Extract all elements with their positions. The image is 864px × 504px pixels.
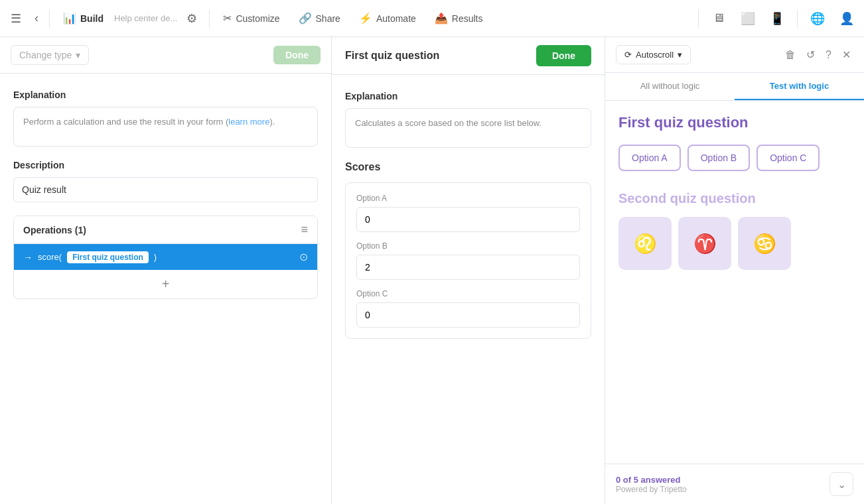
op-tag[interactable]: First quiz question	[67, 251, 149, 263]
mid-explanation-box: Calculates a score based on the score li…	[345, 108, 591, 148]
results-icon: 📤	[435, 12, 448, 25]
trash-icon[interactable]: 🗑	[782, 46, 798, 64]
operation-row: → score( First quiz question ) ⊙	[14, 244, 317, 270]
right-toolbar: ⟳ Autoscroll ▾ 🗑 ↺ ? ✕	[605, 37, 864, 73]
explanation-suffix: ).	[269, 117, 275, 127]
main-layout: Change type ▾ Done Explanation Perform a…	[0, 37, 864, 504]
autoscroll-icon: ⟳	[624, 50, 632, 60]
quiz-title-1: First quiz question	[618, 114, 851, 131]
tab-with-logic[interactable]: Test with logic	[735, 73, 864, 100]
autoscroll-label: Autoscroll	[636, 50, 674, 60]
quiz-image-2[interactable]: ♈	[678, 217, 731, 270]
quiz-option-a[interactable]: Option A	[618, 145, 681, 171]
operations-header: Operations (1) ≡	[14, 216, 317, 244]
operations-box: Operations (1) ≡ → score( First quiz que…	[13, 216, 318, 299]
globe-button[interactable]: 🌐	[806, 7, 829, 31]
nav-divider-4	[797, 9, 798, 28]
quiz-title-2: Second quiz question	[618, 191, 851, 206]
change-type-chevron: ▾	[76, 50, 80, 60]
nav-right-area: 🖥 ⬜ 📱 🌐 👤	[695, 7, 859, 31]
build-icon: 📊	[63, 12, 76, 25]
score-option-c-label: Option C	[356, 289, 580, 298]
scores-label: Scores	[345, 161, 591, 173]
customize-label: Customize	[236, 13, 279, 24]
ops-menu-icon[interactable]: ≡	[301, 223, 308, 237]
device-tablet-button[interactable]: ⬜	[736, 7, 760, 31]
quiz-image-3[interactable]: ♋	[738, 217, 791, 270]
mid-header: First quiz question Done	[332, 37, 605, 75]
mid-title: First quiz question	[345, 50, 439, 62]
change-type-button[interactable]: Change type ▾	[11, 45, 89, 65]
right-toolbar-icons: 🗑 ↺ ? ✕	[782, 46, 853, 64]
score-option-b-label: Option B	[356, 241, 580, 251]
score-input-c[interactable]	[356, 302, 580, 328]
description-heading: Description	[13, 160, 318, 170]
op-suffix: )	[154, 252, 157, 262]
score-option-b: Option B	[356, 241, 580, 280]
explanation-text: Perform a calculation and use the result…	[23, 117, 228, 127]
nav-automate[interactable]: ⚡ Automate	[351, 8, 424, 29]
hamburger-menu[interactable]: ☰	[5, 9, 27, 29]
learn-more-link[interactable]: learn more	[228, 117, 269, 127]
explanation-box: Perform a calculation and use the result…	[13, 107, 318, 147]
nav-build[interactable]: 📊 Build	[55, 8, 111, 29]
mid-panel: First quiz question Done Explanation Cal…	[332, 37, 605, 504]
left-done-button[interactable]: Done	[273, 46, 321, 64]
autoscroll-chevron: ▾	[678, 50, 682, 60]
score-option-c: Option C	[356, 289, 580, 328]
score-option-a-label: Option A	[356, 194, 580, 203]
customize-icon: ✂	[223, 12, 232, 25]
nav-customize[interactable]: ✂ Customize	[215, 8, 287, 29]
nav-divider-3	[698, 9, 699, 28]
tab-without-logic[interactable]: All without logic	[605, 73, 735, 100]
build-label: Build	[80, 13, 104, 24]
device-desktop-button[interactable]: 🖥	[707, 7, 731, 31]
share-label: Share	[316, 13, 340, 24]
left-content: Explanation Perform a calculation and us…	[0, 74, 331, 504]
close-icon[interactable]: ✕	[839, 46, 853, 64]
change-type-label: Change type	[19, 50, 72, 60]
nav-divider-1	[49, 9, 50, 28]
help-icon[interactable]: ?	[823, 46, 834, 64]
top-nav: ☰ ‹ 📊 Build Help center de... ⚙ ✂ Custom…	[0, 0, 864, 37]
quiz-option-b[interactable]: Option B	[687, 145, 750, 171]
nav-divider-2	[209, 9, 210, 28]
autoscroll-button[interactable]: ⟳ Autoscroll ▾	[616, 45, 691, 64]
mid-done-button[interactable]: Done	[536, 45, 591, 66]
scroll-down-button[interactable]: ⌄	[829, 472, 853, 496]
description-input[interactable]	[13, 177, 318, 202]
refresh-icon[interactable]: ↺	[804, 46, 818, 64]
nav-share[interactable]: 🔗 Share	[291, 8, 348, 29]
score-option-a: Option A	[356, 194, 580, 232]
preview-content: First quiz question Option A Option B Op…	[605, 101, 864, 464]
ops-add-button[interactable]: +	[14, 270, 317, 298]
quiz-images: ♌ ♈ ♋	[618, 217, 851, 270]
score-input-b[interactable]	[356, 255, 580, 280]
device-mobile-button[interactable]: 📱	[765, 7, 789, 31]
scores-container: Option A Option B Option C	[345, 182, 591, 339]
back-button[interactable]: ‹	[29, 9, 44, 28]
results-label: Results	[452, 13, 483, 24]
automate-label: Automate	[376, 13, 416, 24]
score-input-a[interactable]	[356, 207, 580, 232]
op-prefix: score(	[38, 252, 62, 262]
op-settings-icon[interactable]: ⊙	[299, 251, 308, 263]
mid-explanation-heading: Explanation	[345, 91, 591, 101]
settings-button[interactable]: ⚙	[180, 7, 204, 31]
powered-text: Powered by Tripetto	[616, 485, 687, 494]
automate-icon: ⚡	[359, 12, 372, 25]
preview-bottom: 0 of 5 answered Powered by Tripetto ⌄	[605, 464, 864, 504]
quiz-option-c[interactable]: Option C	[756, 145, 820, 171]
left-panel-header: Change type ▾ Done	[0, 37, 331, 74]
preview-tabs: All without logic Test with logic	[605, 73, 864, 101]
op-arrow-icon: →	[23, 252, 33, 263]
answered-text: 0 of 5 answered	[616, 475, 687, 485]
nav-results[interactable]: 📤 Results	[427, 8, 491, 29]
mid-content: Explanation Calculates a score based on …	[332, 75, 605, 504]
user-button[interactable]: 👤	[835, 7, 859, 31]
quiz-image-1[interactable]: ♌	[618, 217, 672, 270]
left-panel: Change type ▾ Done Explanation Perform a…	[0, 37, 332, 504]
form-name: Help center de...	[114, 13, 177, 23]
quiz-options: Option A Option B Option C	[618, 145, 851, 171]
operations-title: Operations (1)	[23, 225, 86, 235]
